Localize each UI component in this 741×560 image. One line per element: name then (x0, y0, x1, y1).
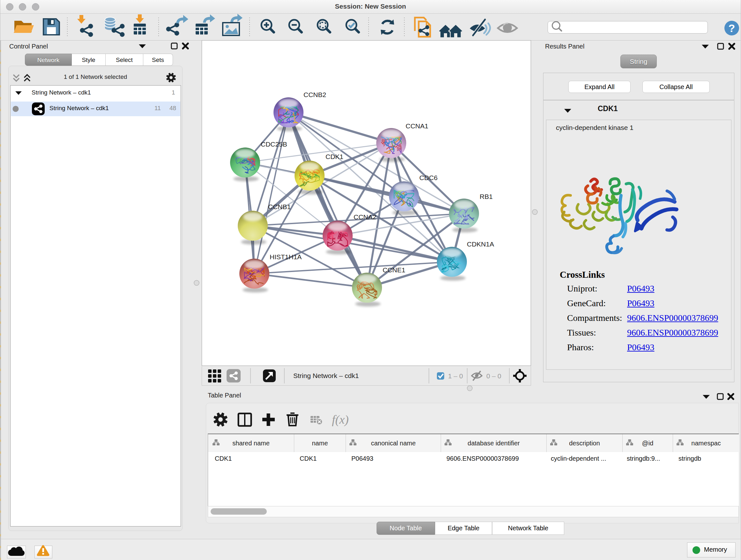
svg-text:CDKN1A: CDKN1A (467, 240, 494, 248)
svg-text:HIST1H1A: HIST1H1A (270, 253, 301, 260)
svg-text:CCNB1: CCNB1 (268, 203, 291, 210)
svg-text:CDC6: CDC6 (419, 174, 437, 181)
svg-text:CCNA1: CCNA1 (406, 122, 428, 130)
svg-text:CDC25B: CDC25B (261, 140, 287, 148)
svg-text:CDK1: CDK1 (326, 153, 343, 160)
svg-text:CCNB2: CCNB2 (304, 91, 326, 98)
svg-text:RB1: RB1 (480, 193, 493, 200)
svg-text:CCNA2: CCNA2 (354, 213, 376, 221)
svg-text:CCNE1: CCNE1 (383, 266, 405, 273)
